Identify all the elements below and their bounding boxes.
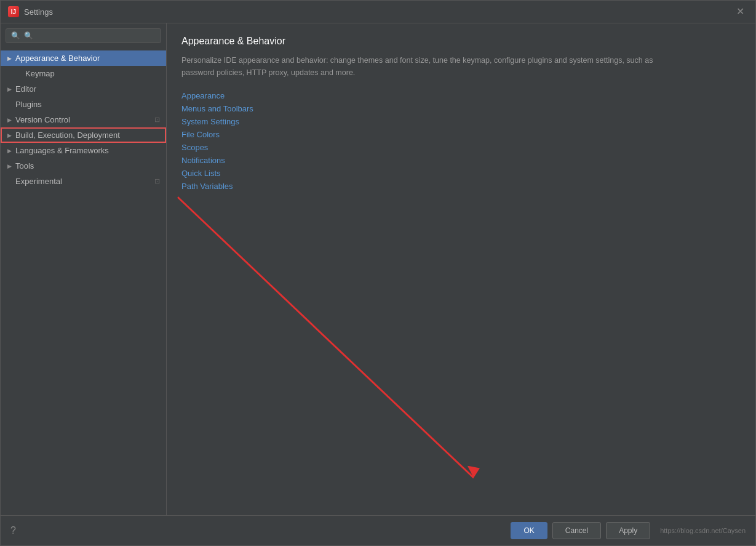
sidebar-item-keymap[interactable]: Keymap <box>1 66 166 81</box>
sidebar-item-label: Appearance & Behavior <box>15 54 161 63</box>
sidebar: 🔍 ▶ Appearance & Behavior Keymap ▶ Edito <box>1 23 167 515</box>
main-content: 🔍 ▶ Appearance & Behavior Keymap ▶ Edito <box>1 23 755 515</box>
chevron-right-icon: ▶ <box>6 132 13 139</box>
nav-tree: ▶ Appearance & Behavior Keymap ▶ Editor … <box>1 48 166 515</box>
page-description: Personalize IDE appearance and behavior:… <box>181 54 661 79</box>
footer-buttons: OK Cancel Apply https://blog.csdn.net/Ca… <box>511 522 746 539</box>
sidebar-item-label: Version Control <box>15 115 150 124</box>
sidebar-item-version-control[interactable]: ▶ Version Control ⊡ <box>1 112 166 127</box>
apply-button[interactable]: Apply <box>606 522 650 539</box>
link-quick-lists[interactable]: Quick Lists <box>181 169 741 178</box>
search-icon: 🔍 <box>11 31 20 40</box>
chevron-right-icon: ▶ <box>6 147 13 155</box>
sidebar-item-label: Editor <box>15 84 161 94</box>
sidebar-item-build-execution[interactable]: ▶ Build, Execution, Deployment <box>1 127 166 143</box>
chevron-right-icon: ▶ <box>6 163 13 170</box>
sidebar-item-experimental[interactable]: Experimental ⊡ <box>1 174 166 189</box>
no-arrow-spacer <box>15 70 23 78</box>
close-button[interactable]: ✕ <box>733 6 748 18</box>
search-input[interactable] <box>24 31 156 40</box>
search-box[interactable]: 🔍 <box>6 28 161 43</box>
footer-url: https://blog.csdn.net/Caysen <box>660 527 746 534</box>
sidebar-item-appearance-behavior[interactable]: ▶ Appearance & Behavior <box>1 50 166 66</box>
sidebar-item-label: Experimental <box>15 177 150 186</box>
no-arrow-spacer <box>6 101 13 108</box>
sidebar-item-label: Build, Execution, Deployment <box>15 130 161 140</box>
settings-dialog: IJ Settings ✕ 🔍 ▶ Appearance & Behavior <box>0 0 756 546</box>
svg-line-0 <box>178 197 474 478</box>
help-button[interactable]: ? <box>10 525 16 536</box>
page-title: Appearance & Behavior <box>181 36 741 47</box>
chevron-right-icon: ▶ <box>6 116 13 124</box>
sidebar-item-label: Tools <box>15 161 161 171</box>
sidebar-item-tools[interactable]: ▶ Tools <box>1 158 166 174</box>
title-bar-left: IJ Settings <box>8 6 53 17</box>
svg-marker-1 <box>468 466 480 478</box>
sidebar-item-label: Plugins <box>15 100 161 109</box>
ok-button[interactable]: OK <box>511 522 547 539</box>
chevron-right-icon: ▶ <box>6 86 13 93</box>
sidebar-item-plugins[interactable]: Plugins <box>1 97 166 112</box>
link-scopes[interactable]: Scopes <box>181 143 741 152</box>
app-icon: IJ <box>8 6 19 17</box>
copy-icon: ⊡ <box>153 177 161 186</box>
cancel-button[interactable]: Cancel <box>552 522 601 539</box>
content-panel: Appearance & Behavior Personalize IDE ap… <box>167 23 755 515</box>
chevron-down-icon: ▶ <box>6 55 13 62</box>
sidebar-item-languages-frameworks[interactable]: ▶ Languages & Frameworks <box>1 143 166 158</box>
sidebar-item-editor[interactable]: ▶ Editor <box>1 81 166 97</box>
link-system-settings[interactable]: System Settings <box>181 117 741 126</box>
window-title: Settings <box>24 7 53 17</box>
title-bar: IJ Settings ✕ <box>1 1 755 23</box>
link-notifications[interactable]: Notifications <box>181 156 741 165</box>
sidebar-item-label: Keymap <box>25 69 161 78</box>
sidebar-item-label: Languages & Frameworks <box>15 146 161 155</box>
link-path-variables[interactable]: Path Variables <box>181 182 741 191</box>
footer: ? OK Cancel Apply https://blog.csdn.net/… <box>1 515 755 545</box>
copy-icon: ⊡ <box>153 116 161 124</box>
content-links: Appearance Menus and Toolbars System Set… <box>181 91 741 191</box>
link-menus-toolbars[interactable]: Menus and Toolbars <box>181 104 741 113</box>
link-appearance[interactable]: Appearance <box>181 91 741 100</box>
no-arrow-spacer <box>6 178 13 185</box>
link-file-colors[interactable]: File Colors <box>181 130 741 139</box>
